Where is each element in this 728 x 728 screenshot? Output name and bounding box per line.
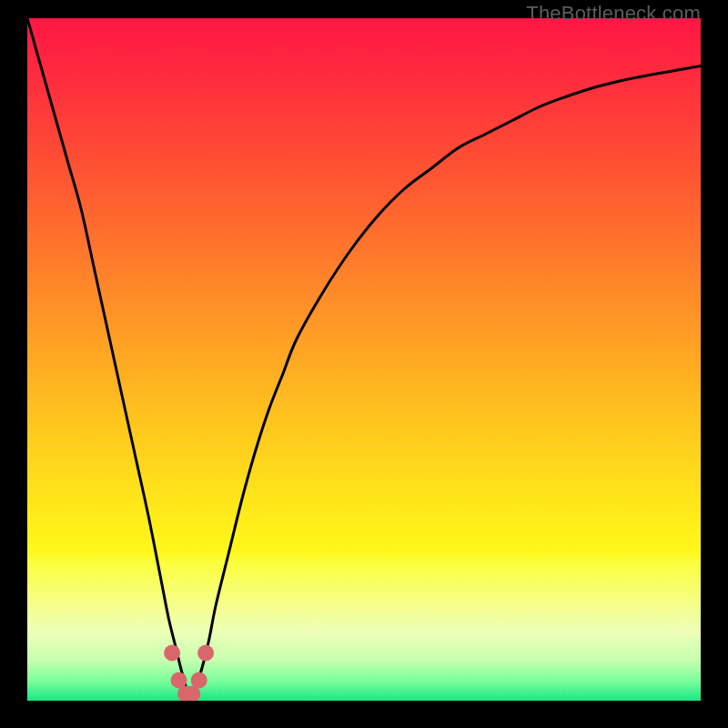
dip-marker <box>164 645 180 662</box>
watermark-text: TheBottleneck.com <box>526 2 701 25</box>
bottleneck-curve <box>27 18 701 701</box>
dip-marker <box>191 672 207 689</box>
plot-area <box>27 18 701 701</box>
chart-frame: TheBottleneck.com <box>0 0 728 728</box>
dip-marker <box>197 645 214 662</box>
